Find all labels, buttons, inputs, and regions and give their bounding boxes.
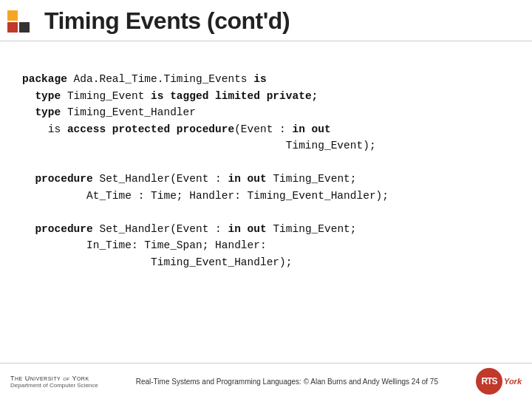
university-name: THE UNIVERSITY of YORK (10, 375, 98, 382)
sq-top-right (19, 10, 30, 21)
code-line3: type Timing_Event_Handler (22, 106, 196, 118)
sq-bottom-left (7, 22, 18, 33)
sq-top-left (7, 10, 18, 21)
sq-bottom-right (19, 22, 30, 33)
main-content: package Ada.Real_Time.Timing_Events is t… (0, 41, 532, 295)
footer-left: THE UNIVERSITY of YORK Department of Com… (10, 375, 98, 389)
footer-right: RTS York (476, 368, 522, 395)
rts-logo: RTS York (476, 368, 522, 395)
slide-title: Timing Events (cont'd) (44, 7, 290, 35)
code-block: package Ada.Real_Time.Timing_Events is t… (22, 55, 510, 287)
header: Timing Events (cont'd) (0, 0, 532, 41)
footer-caption: Real-Time Systems and Programming Langua… (98, 378, 476, 386)
york-label: York (504, 377, 522, 386)
logo-squares (7, 10, 30, 33)
rts-text: RTS (481, 376, 497, 386)
code-line6: procedure Set_Handler(Event : in out Tim… (22, 173, 389, 201)
code-line2: type Timing_Event is tagged limited priv… (22, 90, 318, 102)
rts-circle: RTS (476, 368, 502, 395)
footer: THE UNIVERSITY of YORK Department of Com… (0, 363, 532, 399)
code-line8: procedure Set_Handler(Event : in out Tim… (22, 223, 357, 268)
code-line4: is access protected procedure(Event : in… (22, 123, 376, 151)
code-line1: package Ada.Real_Time.Timing_Events is (22, 73, 267, 85)
dept-name: Department of Computer Science (10, 382, 98, 389)
logo-block (7, 10, 34, 33)
